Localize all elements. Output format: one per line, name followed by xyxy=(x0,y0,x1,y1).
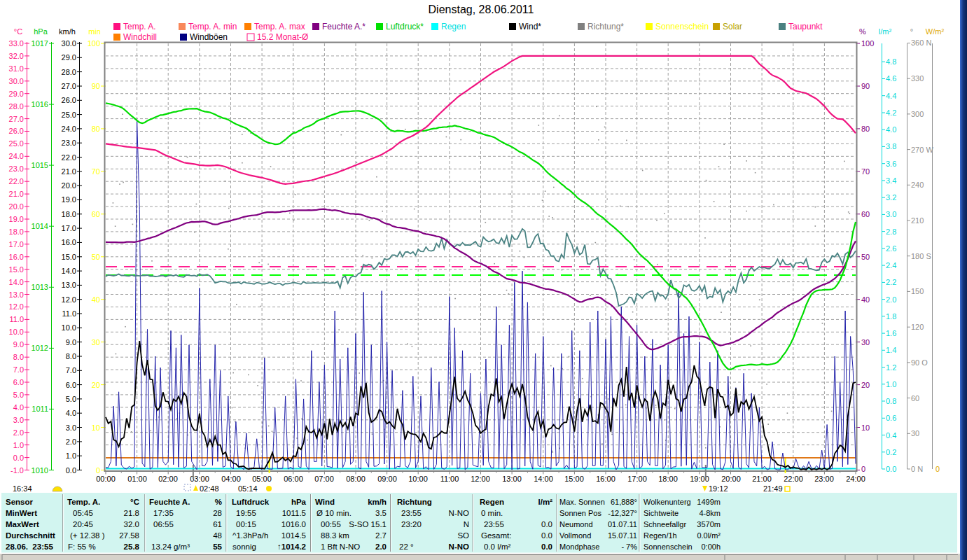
svg-text:1.0: 1.0 xyxy=(66,451,76,460)
svg-text:°C: °C xyxy=(130,498,139,506)
svg-text:28.0: 28.0 xyxy=(9,102,24,111)
svg-text:60: 60 xyxy=(911,394,919,402)
svg-text:8.0: 8.0 xyxy=(13,353,24,361)
svg-text:0: 0 xyxy=(96,466,100,475)
svg-text:19:12: 19:12 xyxy=(709,484,728,493)
svg-text:06:00: 06:00 xyxy=(284,475,303,483)
svg-text:Sichtweite: Sichtweite xyxy=(643,509,679,517)
svg-text:0.0l/m²: 0.0l/m² xyxy=(697,531,721,540)
svg-text:1 Bft N-NO: 1 Bft N-NO xyxy=(321,542,360,551)
svg-text:1.8: 1.8 xyxy=(886,312,896,321)
svg-text:0: 0 xyxy=(861,465,865,473)
svg-text:-1.0: -1.0 xyxy=(11,466,24,475)
svg-text:90 O: 90 O xyxy=(911,358,928,367)
svg-text:4.0: 4.0 xyxy=(66,409,76,417)
svg-text:4.6: 4.6 xyxy=(886,74,896,83)
svg-text:61,888°: 61,888° xyxy=(611,498,637,506)
svg-text:180 S: 180 S xyxy=(911,252,931,260)
svg-text:Luftdruck: Luftdruck xyxy=(232,498,270,506)
svg-text:28.06. 23:55: 28.06. 23:55 xyxy=(6,542,53,551)
svg-text:3.0: 3.0 xyxy=(886,210,896,218)
svg-text:4.0: 4.0 xyxy=(886,125,896,134)
svg-text:Neumond: Neumond xyxy=(559,520,593,528)
svg-text:1011.5: 1011.5 xyxy=(282,509,306,517)
svg-text:Feuchte A.*: Feuchte A.* xyxy=(322,22,366,31)
svg-text:26.0: 26.0 xyxy=(9,127,24,135)
svg-text:01.07.11: 01.07.11 xyxy=(608,520,637,528)
svg-text:Schneefallgr: Schneefallgr xyxy=(643,520,686,528)
svg-text:Max. Sonnen: Max. Sonnen xyxy=(559,498,605,506)
svg-text:sonnig: sonnig xyxy=(232,542,256,551)
svg-text:6.0: 6.0 xyxy=(13,378,24,386)
svg-text:23:20: 23:20 xyxy=(401,520,422,528)
svg-text:21.8: 21.8 xyxy=(124,509,139,517)
svg-text:Dienstag, 28.06.2011: Dienstag, 28.06.2011 xyxy=(429,4,534,15)
svg-text:- 7%: - 7% xyxy=(621,542,637,551)
svg-text:3.2: 3.2 xyxy=(886,193,896,202)
svg-text:11.0: 11.0 xyxy=(9,315,24,323)
svg-text:4-8km: 4-8km xyxy=(699,509,721,517)
svg-text:00:00: 00:00 xyxy=(96,475,116,483)
svg-text:48: 48 xyxy=(213,531,222,540)
svg-text:300: 300 xyxy=(911,110,924,118)
svg-text:3.0: 3.0 xyxy=(13,416,24,424)
svg-text:1014: 1014 xyxy=(32,222,48,230)
svg-text:330: 330 xyxy=(911,74,924,83)
svg-text:15:00: 15:00 xyxy=(564,475,584,483)
svg-text:3.5: 3.5 xyxy=(375,509,387,517)
svg-text:4.0: 4.0 xyxy=(13,403,24,412)
svg-text:1.0: 1.0 xyxy=(886,380,896,388)
svg-text:Sensor: Sensor xyxy=(6,498,34,506)
svg-text:N: N xyxy=(464,520,469,528)
svg-text:30.0: 30.0 xyxy=(62,39,76,48)
svg-text:27.58: 27.58 xyxy=(119,531,139,540)
svg-text:80: 80 xyxy=(92,125,100,133)
svg-text:km/h: km/h xyxy=(368,498,387,506)
svg-text:06:55: 06:55 xyxy=(153,520,174,528)
svg-text:1017: 1017 xyxy=(32,39,48,48)
svg-text:3.0: 3.0 xyxy=(66,424,76,432)
svg-text:21:49: 21:49 xyxy=(763,484,783,493)
svg-text:2.0: 2.0 xyxy=(66,438,76,446)
svg-text:Sonnenschein: Sonnenschein xyxy=(655,22,709,31)
svg-text:hPa: hPa xyxy=(291,498,307,506)
svg-text:MaxWert: MaxWert xyxy=(6,520,39,528)
svg-text:4.8: 4.8 xyxy=(886,57,896,66)
svg-text:70: 70 xyxy=(92,167,100,176)
svg-text:Regen/1h: Regen/1h xyxy=(643,531,677,540)
svg-text:360 N: 360 N xyxy=(911,38,931,47)
svg-text:28: 28 xyxy=(213,509,222,517)
svg-text:2.2: 2.2 xyxy=(886,278,896,286)
svg-text:Gesamt:: Gesamt: xyxy=(481,531,511,540)
svg-text:17:00: 17:00 xyxy=(627,475,647,483)
svg-text:Taupunkt: Taupunkt xyxy=(788,22,823,31)
svg-text:19:55: 19:55 xyxy=(236,509,256,517)
svg-text:Windböen: Windböen xyxy=(190,32,228,42)
svg-text:70: 70 xyxy=(861,167,870,176)
svg-text:km/h: km/h xyxy=(59,27,76,36)
svg-text:100: 100 xyxy=(861,39,874,48)
svg-text:1.4: 1.4 xyxy=(886,346,896,354)
svg-text:0.0: 0.0 xyxy=(66,466,76,475)
svg-text:Richtung: Richtung xyxy=(397,498,432,506)
svg-text:1011: 1011 xyxy=(32,405,48,413)
svg-text:50: 50 xyxy=(861,253,870,261)
svg-text:2.6: 2.6 xyxy=(886,244,896,253)
svg-text:5.0: 5.0 xyxy=(13,391,24,399)
svg-text:Durchschnitt: Durchschnitt xyxy=(6,531,55,540)
svg-text:10.0: 10.0 xyxy=(62,323,76,332)
svg-text:13.0: 13.0 xyxy=(62,281,76,289)
svg-text:120: 120 xyxy=(911,323,924,331)
svg-text:Sonnen Pos: Sonnen Pos xyxy=(559,509,601,517)
svg-text:Solar: Solar xyxy=(723,22,742,31)
svg-text:18:00: 18:00 xyxy=(658,475,678,483)
svg-text:1012: 1012 xyxy=(32,344,48,352)
svg-text:1.0: 1.0 xyxy=(13,441,24,449)
svg-text:150: 150 xyxy=(911,287,924,295)
svg-text:30: 30 xyxy=(911,429,919,438)
svg-text:0.4: 0.4 xyxy=(886,431,896,440)
svg-text:31.0: 31.0 xyxy=(9,64,24,73)
svg-text:14.0: 14.0 xyxy=(62,267,76,275)
svg-text:Wind*: Wind* xyxy=(519,22,541,31)
svg-text:30.0: 30.0 xyxy=(9,77,24,85)
